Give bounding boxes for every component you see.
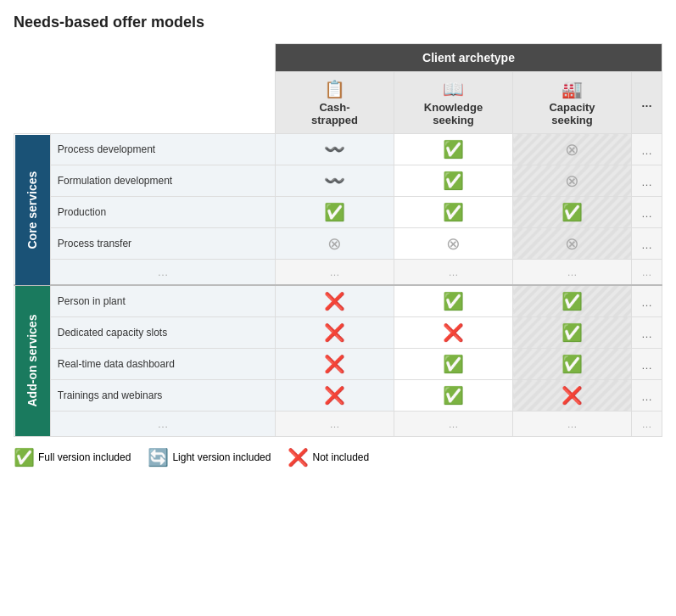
icon-full: ✅ bbox=[443, 203, 464, 221]
page-title: Needs-based offer models bbox=[14, 14, 662, 31]
icon-not: ❌ bbox=[324, 386, 345, 405]
data-cell-ellipsis: … bbox=[632, 197, 662, 228]
table-row: Trainings and webinars❌✅❌… bbox=[14, 380, 662, 412]
data-cell-ellipsis: … bbox=[632, 412, 662, 437]
table-row: Process transfer⊗⊗⊗… bbox=[14, 228, 662, 260]
data-cell-not: ❌ bbox=[276, 349, 394, 380]
icon-full: ✅ bbox=[561, 355, 583, 373]
legend: ✅ Full version included 🔄 Light version … bbox=[14, 447, 662, 468]
capacity-icon: 🏭 bbox=[518, 79, 626, 99]
icon-full: ✅ bbox=[443, 292, 464, 311]
data-cell-not: ❌ bbox=[513, 380, 632, 412]
data-cell-ellipsis: … bbox=[632, 317, 662, 349]
row-label: Formulation development bbox=[50, 165, 275, 197]
data-cell-full: ✅ bbox=[513, 285, 632, 317]
table-row: …………… bbox=[14, 260, 662, 286]
data-cell-na: ⊗ bbox=[394, 228, 513, 260]
table-row: Real-time data dashboard❌✅✅… bbox=[14, 349, 662, 380]
data-cell-light: 〰️ bbox=[276, 134, 394, 165]
main-table: Client archetype 📋 Cash- strapped 📖 Know… bbox=[14, 43, 662, 437]
dots: … bbox=[449, 418, 459, 430]
data-cell-not: ❌ bbox=[276, 380, 394, 412]
data-cell-full: ✅ bbox=[513, 349, 632, 380]
icon-ellipsis: … bbox=[641, 238, 652, 251]
row-label: … bbox=[50, 412, 275, 437]
icon-na: ⊗ bbox=[565, 171, 579, 190]
data-cell-ellipsis: … bbox=[513, 412, 632, 437]
data-cell-ellipsis: … bbox=[632, 349, 662, 380]
col-header-cash: 📋 Cash- strapped bbox=[276, 72, 394, 134]
table-row: Formulation development〰️✅⊗… bbox=[14, 165, 662, 197]
icon-full: ✅ bbox=[443, 140, 464, 159]
icon-light: 〰️ bbox=[324, 171, 345, 190]
data-cell-not: ❌ bbox=[394, 317, 513, 349]
icon-na: ⊗ bbox=[446, 234, 461, 253]
icon-ellipsis: … bbox=[641, 144, 652, 157]
knowledge-icon: 📖 bbox=[399, 79, 507, 99]
icon-full: ✅ bbox=[324, 203, 345, 221]
cash-icon: 📋 bbox=[281, 79, 388, 99]
data-cell-ellipsis: … bbox=[513, 260, 632, 286]
data-cell-ellipsis: … bbox=[394, 260, 513, 286]
not-icon: ❌ bbox=[288, 447, 309, 468]
section-label-addon: Add-on services bbox=[14, 285, 51, 437]
dots: … bbox=[330, 266, 340, 278]
light-icon: 🔄 bbox=[148, 447, 169, 468]
icon-ellipsis: … bbox=[641, 207, 652, 220]
row-label: Process development bbox=[50, 134, 275, 165]
data-cell-ellipsis: … bbox=[632, 285, 662, 317]
icon-na: ⊗ bbox=[327, 234, 342, 253]
data-cell-na: ⊗ bbox=[513, 165, 632, 197]
data-cell-ellipsis: … bbox=[632, 165, 662, 197]
icon-na: ⊗ bbox=[565, 234, 579, 253]
legend-not: ❌ Not included bbox=[288, 447, 369, 468]
data-cell-full: ✅ bbox=[394, 349, 513, 380]
row-label: Real-time data dashboard bbox=[50, 349, 275, 380]
data-cell-full: ✅ bbox=[276, 197, 394, 228]
icon-na: ⊗ bbox=[565, 140, 579, 159]
table-row: Core servicesProcess development〰️✅⊗… bbox=[14, 134, 662, 165]
icon-not: ❌ bbox=[324, 292, 345, 311]
data-cell-not: ❌ bbox=[276, 317, 394, 349]
data-cell-full: ✅ bbox=[394, 380, 513, 412]
data-cell-ellipsis: … bbox=[632, 228, 662, 260]
data-cell-full: ✅ bbox=[513, 317, 632, 349]
row-label: Person in plant bbox=[50, 285, 275, 317]
data-cell-ellipsis: … bbox=[276, 260, 394, 286]
table-row: Dedicated capacity slots❌❌✅… bbox=[14, 317, 662, 349]
data-cell-not: ❌ bbox=[276, 285, 394, 317]
icon-full: ✅ bbox=[561, 323, 583, 342]
table-row: Production✅✅✅… bbox=[14, 197, 662, 228]
dots: … bbox=[642, 418, 652, 430]
data-cell-full: ✅ bbox=[394, 134, 513, 165]
col-header-more: … bbox=[632, 72, 662, 134]
data-cell-na: ⊗ bbox=[513, 228, 632, 260]
full-icon: ✅ bbox=[14, 447, 35, 468]
icon-full: ✅ bbox=[443, 171, 464, 190]
icon-ellipsis: … bbox=[641, 390, 652, 403]
data-cell-ellipsis: … bbox=[276, 412, 394, 437]
data-cell-full: ✅ bbox=[394, 285, 513, 317]
data-cell-ellipsis: … bbox=[632, 260, 662, 286]
row-label: Production bbox=[50, 197, 275, 228]
table-row: …………… bbox=[14, 412, 662, 437]
row-label: Dedicated capacity slots bbox=[50, 317, 275, 349]
data-cell-ellipsis: … bbox=[632, 134, 662, 165]
archetype-header: Client archetype bbox=[276, 44, 662, 72]
data-cell-ellipsis: … bbox=[394, 412, 513, 437]
legend-light: 🔄 Light version included bbox=[148, 447, 271, 468]
icon-ellipsis: … bbox=[641, 176, 652, 188]
icon-full: ✅ bbox=[561, 292, 583, 311]
data-cell-na: ⊗ bbox=[276, 228, 394, 260]
icon-light: 〰️ bbox=[324, 140, 345, 159]
data-cell-full: ✅ bbox=[394, 165, 513, 197]
row-label: Process transfer bbox=[50, 228, 275, 260]
dots: … bbox=[449, 266, 459, 278]
dots: … bbox=[330, 418, 340, 430]
legend-full: ✅ Full version included bbox=[14, 447, 131, 468]
icon-ellipsis: … bbox=[641, 296, 652, 309]
row-label: … bbox=[50, 260, 275, 286]
icon-full: ✅ bbox=[443, 386, 464, 405]
data-cell-full: ✅ bbox=[394, 197, 513, 228]
data-cell-full: ✅ bbox=[513, 197, 632, 228]
